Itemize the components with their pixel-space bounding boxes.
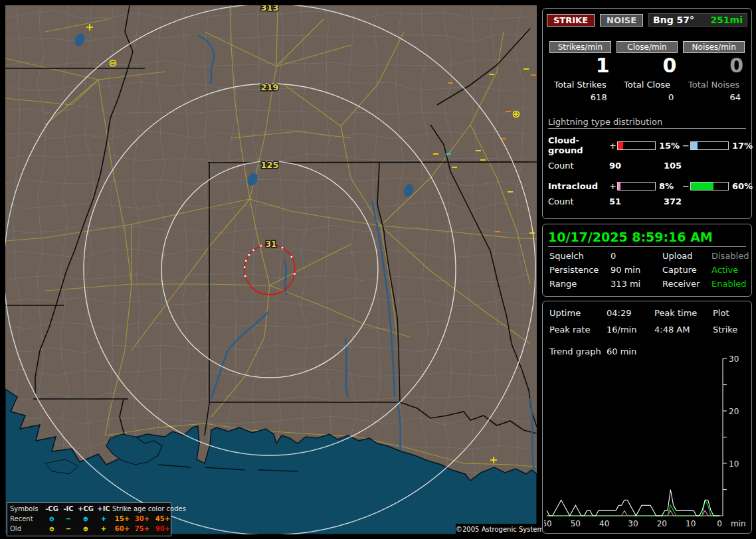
total-close-value: 0 xyxy=(614,92,681,102)
map-legend: Symbols -CG -IC +CG +IC Strike age color… xyxy=(7,502,171,536)
capture-label: Capture xyxy=(662,265,711,275)
noise-mode-button[interactable]: NOISE xyxy=(600,14,643,27)
plus-sign: + xyxy=(609,181,617,191)
old-ncg-icon: ⊖ xyxy=(43,524,60,534)
uptime-label: Uptime xyxy=(549,308,607,318)
receiver-label: Receiver xyxy=(662,279,711,289)
legend-row-old-label: Old xyxy=(10,524,43,534)
plus-sign: + xyxy=(609,141,617,151)
age-15: 15+ xyxy=(112,514,132,524)
count-label: Count xyxy=(548,161,609,171)
legend-age-header: Strike age color codes xyxy=(112,504,173,514)
bearing-distance: 251mi xyxy=(710,15,743,25)
cloud-ground-pos-bar xyxy=(617,141,656,150)
svg-text:min: min xyxy=(731,519,746,528)
total-close-label: Total Close xyxy=(614,80,681,90)
cloud-ground-pos-pct: 15% xyxy=(656,141,682,151)
persistence-label: Persistence xyxy=(549,265,611,275)
age-75: 75+ xyxy=(132,524,152,534)
cloud-ground-neg-count: 105 xyxy=(664,161,743,171)
squelch-value: 0 xyxy=(611,251,662,261)
peak-time-value: 4:48 AM xyxy=(654,325,713,335)
minus-sign: − xyxy=(682,141,690,151)
app-window: 31321912531 Symbols -CG -IC +CG +IC Stri… xyxy=(0,0,756,539)
old-pcg-icon: ⊕ xyxy=(76,524,95,534)
intracloud-pos-count: 51 xyxy=(609,196,664,206)
persistence-value: 90 min xyxy=(611,265,662,275)
cloud-ground-pos-count: 90 xyxy=(609,161,664,171)
strikes-per-min-chip: Strikes/min xyxy=(549,41,611,53)
trend-panel: Uptime 04:29 Peak time Plot Peak rate 16… xyxy=(542,301,752,534)
uptime-value: 04:29 xyxy=(607,308,654,318)
recent-pic-icon: + xyxy=(95,514,112,524)
noises-per-min-value: 0 xyxy=(680,54,747,77)
cloud-ground-neg-pct: 17% xyxy=(729,141,756,151)
intracloud-label: Intracloud xyxy=(548,181,609,191)
svg-text:219: 219 xyxy=(260,82,278,92)
total-noises-value: 64 xyxy=(680,92,747,102)
legend-row-recent-label: Recent xyxy=(10,514,43,524)
trend-graph-chart: 1020306050403020100min xyxy=(544,353,750,531)
legend-col-pcg: +CG xyxy=(76,504,95,514)
range-value: 313 mi xyxy=(611,279,662,289)
intracloud-neg-pct: 60% xyxy=(729,181,756,191)
peak-rate-value: 16/min xyxy=(607,325,654,335)
legend-col-pic: +IC xyxy=(95,504,112,514)
legend-col-nic: -IC xyxy=(60,504,76,514)
recent-ncg-icon: ⊖ xyxy=(43,514,60,524)
svg-text:30: 30 xyxy=(628,519,638,528)
age-30: 30+ xyxy=(132,514,152,524)
total-noises-label: Total Noises xyxy=(680,80,747,90)
peak-rate-label: Peak rate xyxy=(549,325,607,335)
lightning-map[interactable]: 31321912531 Symbols -CG -IC +CG +IC Stri… xyxy=(5,5,537,534)
svg-text:313: 313 xyxy=(260,5,278,13)
upload-status: Disabled xyxy=(711,251,751,261)
total-strikes-label: Total Strikes xyxy=(547,80,614,90)
age-60: 60+ xyxy=(112,524,132,534)
age-90: 90+ xyxy=(152,524,173,534)
bearing-readout: Bng 57° 251mi xyxy=(648,13,747,27)
strike-mode-button[interactable]: STRIKE xyxy=(547,14,595,27)
map-canvas[interactable]: 31321912531 xyxy=(5,5,537,534)
svg-text:20: 20 xyxy=(657,519,667,528)
old-nic-icon: − xyxy=(60,524,76,534)
svg-text:31: 31 xyxy=(266,240,277,249)
receiver-status: Enabled xyxy=(711,279,751,289)
squelch-label: Squelch xyxy=(549,251,611,261)
cloud-ground-label: Cloud-ground xyxy=(548,135,609,155)
svg-text:20: 20 xyxy=(729,407,739,416)
close-per-min-chip: Close/min xyxy=(616,41,678,53)
svg-text:10: 10 xyxy=(729,459,739,469)
svg-text:125: 125 xyxy=(260,160,278,170)
distribution-title: Lightning type distribution xyxy=(548,117,746,129)
svg-text:40: 40 xyxy=(599,519,609,528)
svg-text:10: 10 xyxy=(686,519,696,528)
copyright-text: ©2005 Astrogenic Systems xyxy=(456,524,538,535)
count-label: Count xyxy=(548,196,609,206)
stats-panel: STRIKE NOISE Bng 57° 251mi Strikes/min 1… xyxy=(542,8,752,219)
upload-label: Upload xyxy=(662,251,711,261)
svg-text:50: 50 xyxy=(571,519,581,528)
strikes-per-min-value: 1 xyxy=(547,54,614,77)
recent-pcg-icon: ⊕ xyxy=(76,514,95,524)
datetime-display: 10/17/2025 8:59:16 AM xyxy=(548,230,746,247)
intracloud-neg-bar xyxy=(690,182,729,191)
recent-nic-icon: − xyxy=(60,514,76,524)
minus-sign: − xyxy=(682,181,690,191)
old-pic-icon: + xyxy=(95,524,112,534)
bearing-label: Bng 57° xyxy=(653,15,694,25)
plot-label: Plot xyxy=(713,308,751,318)
intracloud-neg-count: 372 xyxy=(664,196,743,206)
legend-symbols-header: Symbols xyxy=(10,504,43,514)
intracloud-pos-bar xyxy=(617,182,656,191)
svg-text:30: 30 xyxy=(729,354,739,364)
svg-text:0: 0 xyxy=(717,519,722,528)
svg-text:60: 60 xyxy=(544,519,552,528)
intracloud-pos-pct: 8% xyxy=(656,181,682,191)
capture-status: Active xyxy=(711,265,751,275)
legend-col-ncg: -CG xyxy=(43,504,60,514)
peak-time-label: Peak time xyxy=(654,308,713,318)
close-per-min-value: 0 xyxy=(614,54,681,77)
noises-per-min-chip: Noises/min xyxy=(683,41,745,53)
age-45: 45+ xyxy=(152,514,173,524)
